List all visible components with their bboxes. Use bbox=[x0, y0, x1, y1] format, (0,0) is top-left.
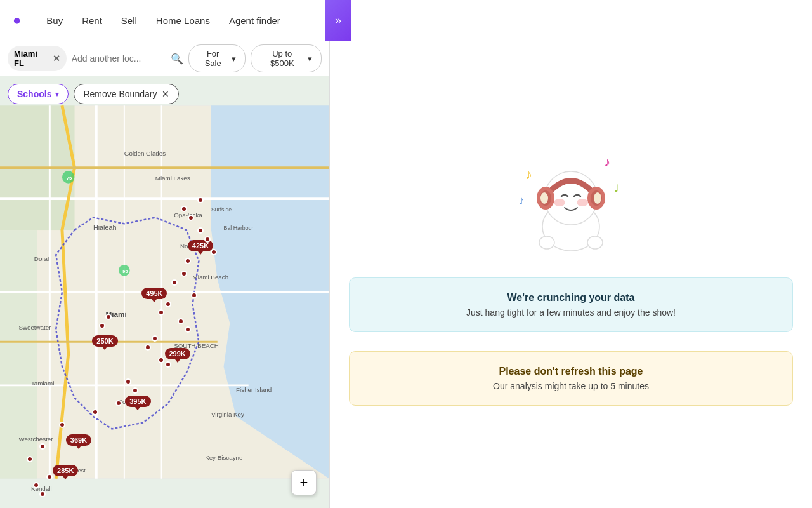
remove-boundary-label: Remove Boundary bbox=[83, 89, 157, 99]
price-marker-425k[interactable]: 425K bbox=[188, 240, 213, 251]
svg-text:Bal Harbour: Bal Harbour bbox=[224, 225, 254, 231]
dot-marker-2[interactable] bbox=[204, 236, 211, 243]
svg-text:Miami Lakes: Miami Lakes bbox=[155, 175, 190, 182]
dot-marker-25[interactable] bbox=[27, 456, 33, 462]
logo: ● bbox=[13, 12, 21, 29]
price-marker-395k[interactable]: 395K bbox=[125, 396, 150, 407]
svg-text:Hialeah: Hialeah bbox=[93, 224, 117, 231]
dot-marker-22[interactable] bbox=[92, 409, 98, 415]
svg-text:♩: ♩ bbox=[614, 183, 619, 194]
location-remove-button[interactable]: ✕ bbox=[53, 53, 60, 64]
dot-marker-7[interactable] bbox=[191, 292, 197, 298]
crunching-info-box: We're crunching your data Just hang tigh… bbox=[349, 277, 793, 332]
svg-text:Sweetwater: Sweetwater bbox=[18, 324, 51, 331]
location-label: Miami FL bbox=[14, 49, 49, 68]
map-container[interactable]: Hialeah Miami Doral Sweetwater Miami Lak… bbox=[0, 76, 329, 508]
warning-title: Please don't refresh this page bbox=[369, 366, 773, 377]
dot-marker-11[interactable] bbox=[185, 326, 191, 333]
character-illustration: ♪ ♪ ♩ ♪ bbox=[508, 144, 634, 258]
collapse-panel-button[interactable]: » bbox=[325, 0, 351, 41]
svg-text:♪: ♪ bbox=[519, 194, 525, 207]
svg-text:Surfside: Surfside bbox=[211, 206, 232, 213]
price-label: Up to $500K bbox=[260, 49, 304, 68]
price-marker-369k[interactable]: 369K bbox=[66, 434, 91, 446]
right-panel: ♪ ♪ ♩ ♪ bbox=[330, 41, 812, 508]
svg-text:Virginia Key: Virginia Key bbox=[211, 411, 244, 418]
price-marker-495k[interactable]: 495K bbox=[141, 288, 167, 299]
schools-chevron-icon: ▾ bbox=[55, 90, 59, 98]
loading-character-svg: ♪ ♪ ♩ ♪ bbox=[508, 144, 634, 258]
main-body: Miami FL ✕ 🔍 For Sale ▾ Up to $500K ▾ bbox=[0, 41, 812, 508]
search-button[interactable]: 🔍 bbox=[171, 53, 183, 65]
schools-filter-button[interactable]: Schools ▾ bbox=[8, 84, 69, 104]
dot-marker-10[interactable] bbox=[178, 318, 184, 324]
nav-home-loans[interactable]: Home Loans bbox=[156, 15, 210, 26]
svg-text:Key Biscayne: Key Biscayne bbox=[205, 454, 242, 461]
svg-text:Golden Glades: Golden Glades bbox=[124, 150, 166, 157]
search-input-area: 🔍 bbox=[72, 53, 183, 65]
crunching-title: We're crunching your data bbox=[369, 292, 773, 304]
warning-info-box: Please don't refresh this page Our analy… bbox=[349, 351, 793, 406]
svg-text:Miami Beach: Miami Beach bbox=[193, 274, 229, 281]
location-search-input[interactable] bbox=[72, 53, 167, 64]
svg-point-51 bbox=[539, 236, 554, 249]
dot-marker-26[interactable] bbox=[46, 474, 53, 480]
warning-subtitle: Our analysis might take up to 5 minutes bbox=[369, 381, 773, 391]
svg-text:95: 95 bbox=[122, 269, 128, 274]
price-marker-285k[interactable]: 285K bbox=[53, 465, 78, 476]
map-overlay-controls: Schools ▾ Remove Boundary ✕ bbox=[8, 84, 179, 104]
schools-label: Schools bbox=[17, 89, 51, 99]
dot-marker-30[interactable] bbox=[99, 323, 105, 329]
svg-point-49 bbox=[540, 192, 548, 204]
dot-marker-21[interactable] bbox=[115, 400, 122, 406]
dot-marker-12[interactable] bbox=[152, 335, 158, 342]
search-bar: Miami FL ✕ 🔍 For Sale ▾ Up to $500K ▾ bbox=[0, 41, 329, 76]
price-chevron-icon: ▾ bbox=[308, 54, 312, 64]
nav-sell[interactable]: Sell bbox=[121, 15, 137, 26]
svg-point-50 bbox=[594, 192, 601, 204]
left-panel: Miami FL ✕ 🔍 For Sale ▾ Up to $500K ▾ bbox=[0, 41, 330, 508]
dot-marker-20[interactable] bbox=[132, 387, 138, 394]
svg-point-52 bbox=[587, 236, 603, 249]
price-marker-250k[interactable]: 250K bbox=[92, 335, 117, 347]
svg-text:Westchester: Westchester bbox=[18, 436, 53, 443]
dot-marker-13[interactable] bbox=[145, 344, 151, 351]
price-marker-299k[interactable]: 299K bbox=[165, 348, 190, 359]
remove-boundary-close-icon: ✕ bbox=[162, 89, 169, 99]
price-filter[interactable]: Up to $500K ▾ bbox=[251, 44, 322, 72]
svg-text:75: 75 bbox=[67, 175, 72, 181]
dot-marker-15[interactable] bbox=[165, 361, 171, 368]
remove-boundary-button[interactable]: Remove Boundary ✕ bbox=[74, 84, 179, 104]
crunching-subtitle: Just hang tight for a few minutes and en… bbox=[369, 307, 773, 318]
map-zoom-in-button[interactable]: + bbox=[291, 470, 317, 495]
svg-point-47 bbox=[554, 199, 565, 206]
svg-point-48 bbox=[577, 199, 588, 206]
for-sale-chevron-icon: ▾ bbox=[232, 54, 236, 64]
svg-text:Fisher Island: Fisher Island bbox=[236, 386, 272, 393]
dot-marker-6[interactable] bbox=[171, 279, 178, 286]
location-tag: Miami FL ✕ bbox=[8, 46, 67, 71]
svg-text:♪: ♪ bbox=[525, 166, 532, 182]
nav-rent[interactable]: Rent bbox=[82, 15, 102, 26]
svg-text:Tamiami: Tamiami bbox=[31, 380, 54, 387]
svg-text:♪: ♪ bbox=[604, 155, 610, 169]
nav-bar: ● Buy Rent Sell Home Loans Agent finder bbox=[0, 0, 812, 41]
dot-marker-17[interactable] bbox=[188, 215, 194, 221]
nav-buy[interactable]: Buy bbox=[46, 15, 63, 26]
svg-text:Doral: Doral bbox=[34, 255, 49, 262]
for-sale-filter[interactable]: For Sale ▾ bbox=[188, 44, 246, 72]
dot-marker-4[interactable] bbox=[185, 258, 191, 264]
for-sale-label: For Sale bbox=[198, 49, 228, 68]
chevron-right-icon: » bbox=[335, 14, 341, 27]
dot-marker-8[interactable] bbox=[165, 301, 171, 307]
nav-agent-finder[interactable]: Agent finder bbox=[229, 15, 280, 26]
